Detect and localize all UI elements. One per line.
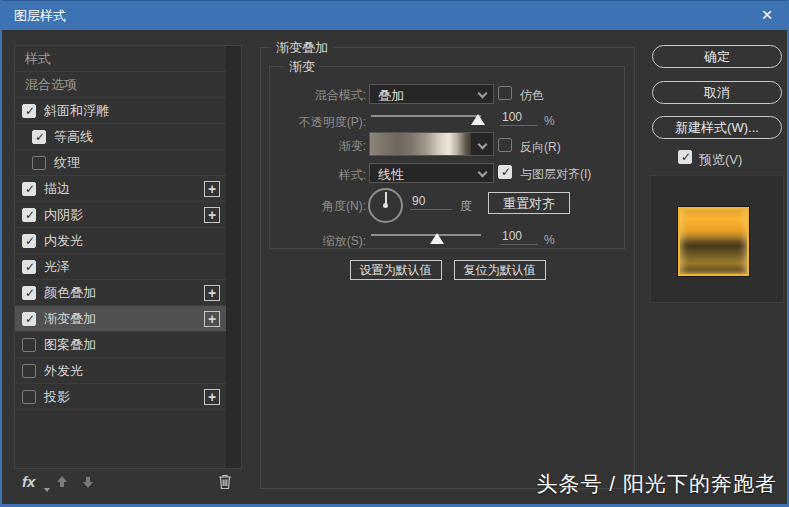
angle-value-field[interactable] [410,193,452,210]
sidebar-item-label: 投影 [44,388,70,406]
align-with-layer-checkbox[interactable] [498,165,512,179]
arrow-down-icon [80,474,96,490]
gradient-swatch[interactable] [370,133,471,155]
blend-mode-value: 叠加 [378,87,404,105]
sidebar-item-inner-glow[interactable]: 内发光 [15,228,241,254]
scale-slider[interactable] [371,228,481,244]
sidebar-item-texture[interactable]: 纹理 [15,150,241,176]
sidebar-item-label: 外发光 [44,362,83,380]
opacity-value-field[interactable] [500,109,538,126]
scale-value-field[interactable] [500,228,538,245]
sidebar-item-label: 等高线 [54,128,93,146]
outer-glow-checkbox[interactable] [22,364,36,378]
sidebar-item-satin[interactable]: 光泽 [15,254,241,280]
add-effect-instance-button[interactable]: + [204,181,220,197]
sidebar-item-contour[interactable]: 等高线 [15,124,241,150]
blend-mode-dropdown[interactable]: 叠加 [369,84,494,104]
sidebar-item-label: 斜面和浮雕 [44,102,109,120]
add-effect-instance-button[interactable]: + [204,389,220,405]
defaults-button-row: 设置为默认值 复位为默认值 [261,260,634,280]
style-dropdown[interactable]: 线性 [369,163,494,183]
new-style-button[interactable]: 新建样式(W)... [652,116,782,139]
stroke-checkbox[interactable] [22,182,36,196]
sidebar-item-blending-options[interactable]: 混合选项 [15,72,241,98]
sidebar-item-label: 图案叠加 [44,336,96,354]
inner-shadow-checkbox[interactable] [22,208,36,222]
subsection-title: 渐变 [284,58,320,76]
dither-checkbox[interactable] [498,86,512,100]
scale-slider-track[interactable] [371,234,481,236]
blend-mode-label: 混合模式: [270,87,366,104]
sidebar-item-label: 光泽 [44,258,70,276]
effects-toolbar: fx [14,471,242,497]
sidebar-item-styles[interactable]: 样式 [15,46,241,72]
sidebar-item-drop-shadow[interactable]: 投影+ [15,384,241,410]
trash-icon [217,473,233,490]
angle-dial[interactable] [368,188,403,223]
fx-menu-button[interactable]: fx [22,473,35,490]
angle-label: 角度(N): [270,198,366,215]
sidebar-item-inner-shadow[interactable]: 内阴影+ [15,202,241,228]
opacity-unit: % [544,114,555,128]
fx-caret-icon [44,488,50,492]
add-effect-instance-button[interactable]: + [204,285,220,301]
reset-alignment-button[interactable]: 重置对齐 [488,192,570,214]
pattern-overlay-checkbox[interactable] [22,338,36,352]
move-effect-down-button[interactable] [80,474,96,490]
texture-checkbox[interactable] [32,156,46,170]
chevron-down-icon [478,140,488,150]
style-label: 样式: [270,167,366,184]
gradient-picker[interactable] [369,132,494,156]
reset-to-default-button[interactable]: 复位为默认值 [454,260,546,280]
chevron-down-icon [478,168,488,178]
inner-glow-checkbox[interactable] [22,234,36,248]
color-overlay-checkbox[interactable] [22,286,36,300]
opacity-slider-thumb[interactable] [471,114,485,125]
sidebar-item-bevel-emboss[interactable]: 斜面和浮雕 [15,98,241,124]
opacity-slider[interactable] [371,109,481,125]
reverse-checkbox[interactable] [498,138,512,152]
ok-button[interactable]: 确定 [652,45,782,68]
align-with-layer-label: 与图层对齐(I) [520,166,591,183]
scale-label: 缩放(S): [270,233,366,250]
sidebar-item-pattern-overlay[interactable]: 图案叠加 [15,332,241,358]
add-effect-instance-button[interactable]: + [204,311,220,327]
drop-shadow-checkbox[interactable] [22,390,36,404]
gradient-subsection: 渐变 混合模式: 叠加 仿色 不透明度(P): % 渐变: [269,66,625,249]
titlebar[interactable]: 图层样式 [0,0,789,30]
watermark-text: 头条号 / 阳光下的奔跑者 [536,470,777,498]
sidebar-item-label: 渐变叠加 [44,310,96,328]
sidebar-item-color-overlay[interactable]: 颜色叠加+ [15,280,241,306]
contour-checkbox[interactable] [32,130,46,144]
styles-list-panel: 样式混合选项斜面和浮雕等高线纹理描边+内阴影+内发光光泽颜色叠加+渐变叠加+图案… [14,45,242,469]
close-button[interactable] [745,1,789,31]
dither-label: 仿色 [520,87,544,104]
scale-slider-thumb[interactable] [430,233,444,244]
styles-list: 样式混合选项斜面和浮雕等高线纹理描边+内阴影+内发光光泽颜色叠加+渐变叠加+图案… [15,46,241,410]
cancel-button[interactable]: 取消 [652,81,782,104]
style-value: 线性 [378,166,404,184]
add-effect-instance-button[interactable]: + [204,207,220,223]
sidebar-item-label: 描边 [44,180,70,198]
scrollbar[interactable] [226,46,241,468]
sidebar-item-outer-glow[interactable]: 外发光 [15,358,241,384]
reverse-label: 反向(R) [520,139,561,156]
bevel-emboss-checkbox[interactable] [22,104,36,118]
gradient-label: 渐变: [270,138,366,155]
preview-checkbox[interactable] [678,150,692,164]
sidebar-item-label: 混合选项 [25,76,77,94]
opacity-slider-track[interactable] [371,115,481,117]
angle-hub [383,203,388,208]
satin-checkbox[interactable] [22,260,36,274]
move-effect-up-button[interactable] [54,474,70,490]
sidebar-item-gradient-overlay[interactable]: 渐变叠加+ [15,306,241,332]
sidebar-item-label: 纹理 [54,154,80,172]
dialog-title: 图层样式 [14,1,66,31]
angle-unit: 度 [460,198,472,215]
sidebar-item-label: 内阴影 [44,206,83,224]
delete-effect-button[interactable] [217,473,233,490]
set-as-default-button[interactable]: 设置为默认值 [350,260,442,280]
sidebar-item-stroke[interactable]: 描边+ [15,176,241,202]
gradient-overlay-checkbox[interactable] [22,312,36,326]
chevron-down-icon [478,89,488,99]
